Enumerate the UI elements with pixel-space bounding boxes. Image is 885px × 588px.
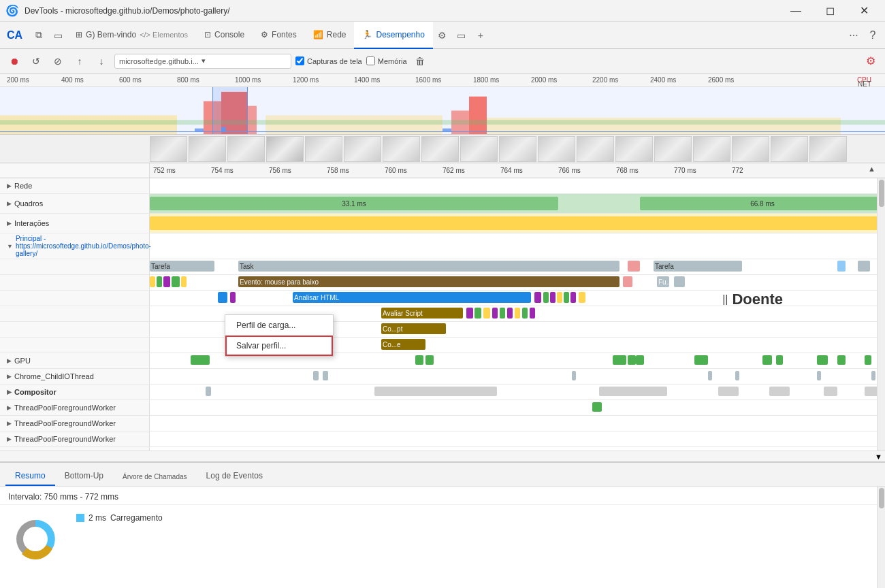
add-tab-button[interactable]: + <box>471 26 490 45</box>
analisar-html[interactable]: Analisar HTML <box>293 292 531 303</box>
bottom-tabs: Resumo Bottom-Up Árvore de Chamadas Log … <box>0 461 885 486</box>
tab-performance[interactable]: 🏃 Desempenho <box>354 22 432 49</box>
expand-thread3: ▶ <box>7 436 12 442</box>
minimize-button[interactable]: — <box>780 0 811 22</box>
tab-bottom-up[interactable]: Bottom-Up <box>55 467 113 486</box>
flame-row-4: Avaliar Script <box>0 306 885 322</box>
evento-mouse[interactable]: Evento: mouse para baixo <box>238 276 620 287</box>
help-button[interactable]: ? <box>863 26 882 45</box>
b-left-2 <box>157 276 162 287</box>
elements-label-inline: </> Elementos <box>140 31 188 39</box>
track-thread3: ▶ ThreadPoolForegroundWorker <box>0 431 885 447</box>
block-r1 <box>837 261 846 272</box>
green2 <box>564 292 569 303</box>
gpu-block8 <box>762 355 772 365</box>
track-label-thread3[interactable]: ▶ ThreadPoolForegroundWorker <box>0 431 150 446</box>
gpu-block5 <box>628 355 636 365</box>
track-label-service[interactable]: ▶ ThreadPoolServiceThread <box>0 447 150 451</box>
ruler-1000: 1000 ms <box>235 76 261 84</box>
toggle-button[interactable]: ▭ <box>48 26 67 45</box>
expand-icon-principal: ▼ <box>7 243 13 250</box>
tab-arvore[interactable]: Árvore de Chamadas <box>113 469 197 486</box>
ruler-762: 762 ms <box>442 167 465 174</box>
scrollbar-thumb-tracks[interactable] <box>879 180 884 207</box>
svg-point-15 <box>23 527 48 551</box>
ruler-spacer <box>0 163 150 178</box>
track-label-gpu[interactable]: ▶ GPU <box>0 353 150 368</box>
bottom-scrollbar[interactable] <box>877 487 885 588</box>
more-options-button[interactable]: ··· <box>844 26 863 45</box>
close-button[interactable]: ✕ <box>848 0 880 22</box>
memory-checkbox[interactable] <box>366 56 375 65</box>
tab-window-button[interactable]: ▭ <box>452 26 471 45</box>
screenshots-checkbox[interactable] <box>295 56 304 65</box>
flame-content-3: Analisar HTML || Doente <box>150 291 885 306</box>
principal-label: Principal - https://microsoftedge.github… <box>16 235 151 257</box>
avaliar-script[interactable]: Avaliar Script <box>381 308 463 318</box>
context-menu: Perfil de carga... Salvar perfil... <box>225 314 334 357</box>
network-icon: 📶 <box>313 30 323 39</box>
legend-carregamento: 2 ms Carregamento <box>76 513 163 523</box>
scroll-up-icon[interactable]: ▲ <box>868 165 875 173</box>
bottom-scrollbar-thumb[interactable] <box>879 488 884 508</box>
track-label-child-io[interactable]: ▶ Chrome_ChildIOThread <box>0 369 150 384</box>
ruler-760: 760 ms <box>385 167 407 174</box>
track-label-thread2[interactable]: ▶ ThreadPoolForegroundWorker <box>0 416 150 431</box>
track-label-principal[interactable]: ▼ Principal - https://microsoftedge.gith… <box>0 233 150 259</box>
ruler-768: 768 ms <box>616 167 639 174</box>
maximize-button[interactable]: ◻ <box>814 0 846 22</box>
task-tarefa1[interactable]: Tarefa <box>150 261 214 272</box>
thumbnail <box>577 136 614 162</box>
settings-button[interactable]: ⚙ <box>862 52 880 70</box>
ruler-764: 764 ms <box>500 167 523 174</box>
upload-button[interactable]: ↑ <box>71 52 88 70</box>
tab-log[interactable]: Log de Eventos <box>197 467 272 486</box>
p3 <box>507 308 513 318</box>
track-label-rede[interactable]: ▶ Rede <box>0 178 150 193</box>
clear-button[interactable]: ⊘ <box>49 52 67 70</box>
track-label-interacoes[interactable]: ▶ Interações <box>0 214 150 233</box>
ruler-754: 754 ms <box>211 167 234 174</box>
scroll-down-icon[interactable]: ▼ <box>875 453 882 461</box>
flame-content-2: Evento: mouse para baixo Fu...ll <box>150 275 885 290</box>
track-label-thread1[interactable]: ▶ ThreadPoolForegroundWorker <box>0 400 150 415</box>
copt-block[interactable]: Co...pt <box>381 323 446 334</box>
tab-network[interactable]: 📶 Rede <box>305 22 355 49</box>
dock-side-button[interactable]: ⧉ <box>29 26 48 45</box>
tab-resumo[interactable]: Resumo <box>5 467 55 486</box>
tab-settings-icon[interactable]: ⚙ <box>433 26 452 45</box>
overview-sparklines[interactable] <box>0 87 885 134</box>
devtools-window: 🌀 DevTools - microsoftedge.github.io/Dem… <box>0 0 885 588</box>
thumbnail <box>732 136 769 162</box>
fu-block[interactable]: Fu...ll <box>657 276 669 287</box>
reload-button[interactable]: ↺ <box>27 52 45 70</box>
task-tarefa2[interactable]: Tarefa <box>654 261 742 272</box>
p1 <box>466 308 473 318</box>
tracks-scrollbar[interactable] <box>877 178 885 451</box>
tab-sources[interactable]: ⚙ Fontes <box>253 22 305 49</box>
record-button[interactable]: ⏺ <box>5 52 23 70</box>
track-label-compositor[interactable]: ▶ Compositor <box>0 385 150 399</box>
gpu-block7 <box>694 355 708 365</box>
track-label-quadros[interactable]: ▶ Quadros <box>0 194 150 213</box>
ruler-2400: 2400 ms <box>650 76 676 84</box>
flame-label-5 <box>0 322 150 337</box>
download-button[interactable]: ↓ <box>93 52 110 70</box>
tab-welcome[interactable]: ⊞ G) Bem-vindo </> Elementos <box>67 22 196 49</box>
context-menu-save-profile[interactable]: Salvar perfil... <box>225 336 333 356</box>
flame-label-2 <box>0 275 150 290</box>
legend-stat-label: Carregamento <box>110 513 163 523</box>
context-menu-load-profile[interactable]: Perfil de carga... <box>225 315 333 336</box>
delete-button[interactable]: 🗑 <box>411 52 429 70</box>
coe-block2[interactable]: Co...e <box>381 339 425 350</box>
track-thread1: ▶ ThreadPoolForegroundWorker <box>0 400 885 416</box>
tracks-container[interactable]: ▶ Rede ▶ Quadros 33.1 ms 66.8 ms <box>0 178 885 451</box>
track-thread2: ▶ ThreadPoolForegroundWorker <box>0 416 885 431</box>
thumbnail <box>809 136 847 162</box>
url-dropdown-icon[interactable]: ▾ <box>202 56 206 65</box>
tab-console[interactable]: ⊡ Console <box>196 22 253 49</box>
child-block5 <box>735 371 739 380</box>
overview-highlight[interactable] <box>212 87 248 134</box>
b-left-1 <box>150 276 155 287</box>
task-en[interactable]: Task <box>238 261 620 272</box>
